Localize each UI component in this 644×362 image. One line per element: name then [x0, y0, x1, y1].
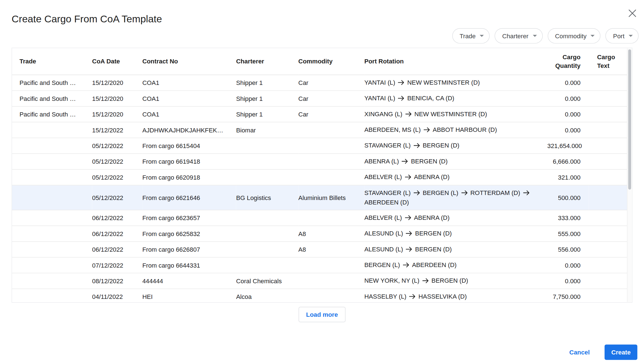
trade-cell [12, 153, 92, 169]
commodity-cell [298, 122, 364, 137]
table-row[interactable]: 15/12/2022AJDHWKAJHDKJAHKFEK…BiomarABERD… [12, 122, 628, 137]
cargo-quantity-cell: 0.000 [547, 122, 589, 137]
trade-cell [12, 138, 92, 153]
contract-no-cell: From cargo 6615404 [142, 138, 236, 153]
charterer-cell [236, 138, 299, 153]
create-button[interactable]: Create [605, 345, 637, 360]
table-row[interactable]: 05/12/2022From cargo 6621646BG Logistics… [12, 185, 628, 210]
table-row[interactable]: 05/12/2022From cargo 6619418ABENRA (L)BE… [12, 153, 628, 169]
coa-date-cell: 15/12/2022 [92, 122, 143, 137]
table-header-row: Trade CoA Date Contract No Charterer Com… [12, 48, 628, 75]
table-row[interactable]: 08/12/2022444444Coral ChemicalsNEW YORK,… [12, 273, 628, 289]
trade-cell: Pacific and South … [12, 75, 92, 90]
port-name: ALESUND (L) [364, 229, 403, 238]
port-name: ABENRA (D) [414, 172, 449, 182]
cargo-text-cell [589, 122, 628, 137]
cargo-text-cell [589, 90, 628, 106]
load-more-button[interactable]: Load more [299, 307, 345, 322]
port-rotation-cell: ABELVER (L)ABENRA (D) [364, 210, 547, 225]
port-rotation-cell: YANTAI (L)NEW WESTMINSTER (D) [364, 75, 547, 90]
port-name: BERGEN (D) [423, 141, 459, 150]
cancel-button[interactable]: Cancel [567, 346, 592, 359]
coa-date-cell: 05/12/2022 [92, 138, 143, 153]
port-rotation-cell: ABELVER (L)ABENRA (D) [364, 169, 547, 185]
table-row[interactable]: 04/11/2022HEIAlcoaHASSELBY (L)HASSELVIKA… [12, 289, 628, 303]
commodity-cell [298, 153, 364, 169]
commodity-cell: Car [298, 106, 364, 122]
cargo-quantity-cell: 6,666.000 [547, 153, 589, 169]
table-scrollbar[interactable] [627, 49, 631, 302]
port-name: NEW YORK, NY (L) [364, 276, 419, 285]
cargo-quantity-cell: 500.000 [547, 185, 589, 210]
port-name: ABELVER (L) [364, 172, 402, 182]
contract-no-cell: From cargo 6623657 [142, 210, 236, 225]
header-charterer: Charterer [236, 48, 299, 75]
table-row[interactable]: Pacific and South …15/12/2020COA1Shipper… [12, 106, 628, 122]
coa-date-cell: 15/12/2020 [92, 106, 143, 122]
port-name: NEW WESTMINSTER (D) [407, 78, 480, 87]
table-row[interactable]: 06/12/2022From cargo 6623657ABELVER (L)A… [12, 210, 628, 225]
table-row[interactable]: Pacific and South …15/12/2020COA1Shipper… [12, 90, 628, 106]
port-name: YANTAI (L) [364, 94, 395, 103]
table-row[interactable]: 07/12/2022From cargo 6644331BERGEN (L)AB… [12, 257, 628, 273]
trade-cell [12, 241, 92, 257]
port-name: ABENRA (D) [414, 213, 449, 222]
trade-filter[interactable]: Trade [452, 28, 490, 44]
table-row[interactable]: 05/12/2022From cargo 6620918ABELVER (L)A… [12, 169, 628, 185]
header-coa-date: CoA Date [92, 48, 143, 75]
contract-no-cell: COA1 [142, 75, 236, 90]
contract-no-cell: From cargo 6644331 [142, 257, 236, 273]
coa-date-cell: 08/12/2022 [92, 273, 143, 289]
port-name: BERGEN (D) [415, 244, 452, 254]
filter-bar: Trade Charterer Commodity Port [452, 28, 639, 44]
chevron-down-icon [480, 35, 484, 37]
trade-cell [12, 289, 92, 303]
trade-cell [12, 257, 92, 273]
arrow-forward-icon [406, 229, 412, 238]
cargo-text-cell [589, 138, 628, 153]
contract-no-cell: From cargo 6625832 [142, 226, 236, 241]
commodity-filter-label: Commodity [555, 32, 587, 39]
table-row[interactable]: 05/12/2022From cargo 6615404STAVANGER (L… [12, 138, 628, 153]
port-name: ABERDEEN, MS (L) [364, 125, 421, 134]
port-filter[interactable]: Port [606, 28, 639, 44]
contract-no-cell: From cargo 6626807 [142, 241, 236, 257]
arrow-forward-icon [402, 157, 408, 166]
close-icon[interactable] [627, 8, 638, 19]
charterer-cell: Biomar [236, 122, 299, 137]
contract-no-cell: COA1 [142, 106, 236, 122]
port-name: ABERDEEN (D) [412, 260, 457, 270]
port-rotation-cell: ABENRA (L)BERGEN (D) [364, 153, 547, 169]
port-rotation-cell: BERGEN (L)ABERDEEN (D) [364, 257, 547, 273]
arrow-forward-icon [409, 292, 415, 301]
port-name: HASSELVIKA (D) [418, 292, 467, 301]
cargo-quantity-cell: 0.000 [547, 106, 589, 122]
chevron-down-icon [629, 35, 633, 37]
port-name: ALESUND (L) [364, 244, 403, 254]
port-rotation-cell: HASSELBY (L)HASSELVIKA (D) [364, 289, 547, 303]
commodity-cell: A8 [298, 241, 364, 257]
scrollbar-thumb[interactable] [628, 49, 631, 190]
header-port-rotation: Port Rotation [364, 48, 547, 75]
table-row[interactable]: Pacific and South …15/12/2020COA1Shipper… [12, 75, 628, 90]
contract-no-cell: From cargo 6619418 [142, 153, 236, 169]
table-row[interactable]: 06/12/2022From cargo 6626807A8ALESUND (L… [12, 241, 628, 257]
charterer-cell [236, 169, 299, 185]
port-name: BERGEN (D) [415, 229, 452, 238]
arrow-forward-icon [461, 189, 467, 198]
port-rotation-cell: XINGANG (L)NEW WESTMINSTER (D) [364, 106, 547, 122]
table-row[interactable]: 06/12/2022From cargo 6625832A8ALESUND (L… [12, 226, 628, 241]
commodity-cell: Car [298, 75, 364, 90]
header-cargo-text: Cargo Text [589, 48, 628, 75]
port-name: ABBOT HARBOUR (D) [433, 125, 497, 134]
port-name: NEW WESTMINSTER (D) [415, 109, 487, 118]
commodity-filter[interactable]: Commodity [548, 28, 601, 44]
contract-no-cell: From cargo 6621646 [142, 185, 236, 210]
trade-cell [12, 273, 92, 289]
port-name: ABERDEEN (D) [364, 197, 409, 207]
charterer-filter[interactable]: Charterer [495, 28, 543, 44]
charterer-cell: Shipper 1 [236, 90, 299, 106]
create-cargo-dialog: Create Cargo From CoA Template Trade Cha… [0, 0, 644, 362]
cargo-text-cell [589, 153, 628, 169]
cargo-quantity-cell: 321,654.000 [547, 138, 589, 153]
